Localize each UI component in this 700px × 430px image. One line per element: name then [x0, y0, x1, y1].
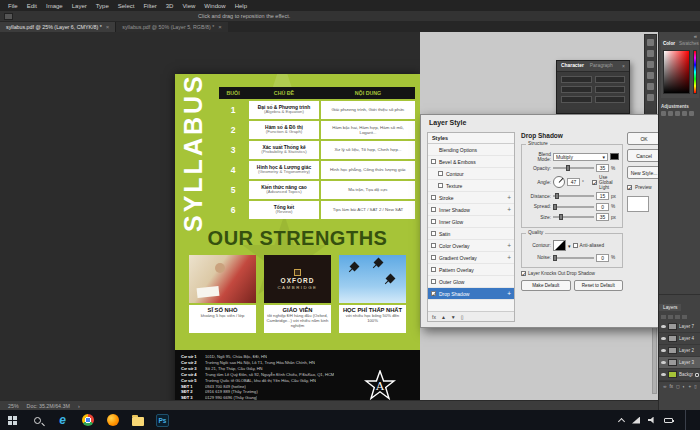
layer-thumbnail[interactable]: [668, 323, 677, 330]
preview-checkbox[interactable]: [627, 185, 632, 190]
menu-item[interactable]: Edit: [27, 3, 37, 9]
style-checkbox[interactable]: [431, 291, 436, 296]
close-icon[interactable]: ×: [218, 24, 222, 30]
opacity-slider[interactable]: [553, 167, 594, 169]
opacity-value[interactable]: 35: [596, 164, 609, 172]
taskbar-chrome[interactable]: [75, 410, 100, 430]
adjustment-icon[interactable]: [689, 111, 694, 116]
shadow-color-swatch[interactable]: [610, 153, 619, 160]
ok-button[interactable]: OK: [627, 132, 661, 145]
menu-item[interactable]: Layer: [72, 3, 87, 9]
adjustment-icon[interactable]: [675, 111, 680, 116]
noise-value[interactable]: 0: [596, 254, 609, 262]
tool-preset-icon[interactable]: [4, 13, 13, 20]
adjustment-icon[interactable]: [682, 111, 687, 116]
style-checkbox[interactable]: [431, 279, 436, 284]
noise-slider[interactable]: [553, 257, 594, 259]
layer-row[interactable]: Layer 2: [659, 345, 700, 357]
taskbar-photoshop[interactable]: Ps: [150, 410, 175, 430]
menu-item[interactable]: Filter: [143, 3, 156, 9]
chevron-up-icon[interactable]: [618, 417, 625, 424]
color-gradient-picker[interactable]: [663, 50, 690, 94]
tab-character[interactable]: Character: [561, 63, 584, 69]
close-icon[interactable]: ×: [106, 24, 110, 30]
tab-syllabus-25[interactable]: syllabus.pdf @ 25% (Layer 6, CMYK/8) * ×: [0, 22, 115, 32]
knockout-checkbox[interactable]: [521, 271, 526, 276]
add-effect-icon[interactable]: +: [507, 255, 511, 261]
canvas-pasteboard[interactable]: ★ ★ SYLLABUS BUỔI CHỦ ĐỀ NỘI DUNG 1 Đại …: [0, 32, 420, 400]
layer-row[interactable]: Background: [659, 369, 700, 381]
layer-style-item[interactable]: Outer Glow +: [428, 276, 514, 288]
visibility-eye-icon[interactable]: [661, 361, 666, 365]
menu-item[interactable]: Help: [235, 3, 247, 9]
menu-item[interactable]: View: [182, 3, 195, 9]
panel-icon[interactable]: [647, 61, 654, 68]
add-effect-icon[interactable]: +: [507, 243, 511, 249]
style-checkbox[interactable]: [431, 159, 436, 164]
add-effect-icon[interactable]: +: [507, 207, 511, 213]
zoom-level[interactable]: 25%: [8, 403, 19, 409]
visibility-eye-icon[interactable]: [661, 349, 666, 353]
filter-icon[interactable]: [682, 315, 687, 319]
delete-effect-icon[interactable]: ▯: [461, 314, 464, 320]
character-field[interactable]: [561, 86, 592, 93]
visibility-eye-icon[interactable]: [661, 337, 666, 341]
use-global-light-checkbox[interactable]: [592, 180, 597, 185]
start-button[interactable]: [0, 410, 25, 430]
spread-value[interactable]: 0: [596, 203, 609, 211]
filter-icon[interactable]: [668, 315, 673, 319]
layer-style-item[interactable]: Inner Glow +: [428, 216, 514, 228]
add-effect-icon[interactable]: +: [507, 195, 511, 201]
layer-row[interactable]: Layer 3: [659, 357, 700, 369]
hue-slider[interactable]: [693, 50, 697, 94]
angle-dial[interactable]: [553, 176, 565, 188]
size-slider[interactable]: [553, 216, 594, 218]
fx-icon[interactable]: fx: [432, 314, 436, 320]
tab-paragraph[interactable]: Paragraph: [590, 63, 613, 69]
style-checkbox[interactable]: [438, 183, 443, 188]
adjustment-icon[interactable]: [661, 111, 666, 116]
adjustment-layer-icon[interactable]: ◐: [683, 384, 686, 389]
move-down-icon[interactable]: ▼: [451, 314, 456, 320]
distance-value[interactable]: 15: [596, 192, 609, 200]
delete-layer-icon[interactable]: ▯: [694, 384, 696, 389]
visibility-eye-icon[interactable]: [661, 325, 666, 329]
layer-style-item[interactable]: Texture +: [428, 180, 514, 192]
panel-icon[interactable]: [647, 50, 654, 57]
layer-style-item[interactable]: Satin +: [428, 228, 514, 240]
menu-item[interactable]: Image: [46, 3, 63, 9]
menu-item[interactable]: Type: [96, 3, 109, 9]
layer-style-item[interactable]: Bevel & Emboss +: [428, 156, 514, 168]
layer-style-item[interactable]: Inner Shadow +: [428, 204, 514, 216]
menu-item[interactable]: 3D: [166, 3, 174, 9]
poster-canvas[interactable]: ★ ★ SYLLABUS BUỔI CHỦ ĐỀ NỘI DUNG 1 Đại …: [175, 74, 420, 430]
menu-item[interactable]: File: [8, 3, 18, 9]
character-field[interactable]: [595, 96, 626, 103]
layer-thumbnail[interactable]: [668, 371, 677, 378]
mask-icon[interactable]: ◻: [676, 384, 680, 389]
chevron-down-icon[interactable]: ▾: [568, 243, 571, 249]
style-checkbox[interactable]: [431, 195, 436, 200]
size-value[interactable]: 35: [596, 213, 609, 221]
layer-style-item[interactable]: Drop Shadow +: [428, 288, 514, 300]
contour-picker[interactable]: [553, 240, 566, 251]
fx-icon[interactable]: fx: [670, 384, 674, 389]
cancel-button[interactable]: Cancel: [627, 149, 661, 162]
network-icon[interactable]: [632, 417, 640, 424]
show-desktop-button[interactable]: [685, 410, 688, 430]
character-field[interactable]: [561, 96, 592, 103]
layer-row[interactable]: Layer 7: [659, 321, 700, 333]
angle-value[interactable]: 47: [567, 178, 580, 186]
layer-style-item[interactable]: Contour +: [428, 168, 514, 180]
panel-icon[interactable]: [647, 72, 654, 79]
filter-icon[interactable]: [661, 315, 666, 319]
style-checkbox[interactable]: [431, 231, 436, 236]
layer-thumbnail[interactable]: [668, 359, 677, 366]
layer-style-item[interactable]: Pattern Overlay +: [428, 264, 514, 276]
chevron-right-icon[interactable]: ›: [78, 403, 80, 409]
close-icon[interactable]: ×: [622, 63, 625, 69]
tab-syllabus-50[interactable]: syllabus.pdf @ 50% (Layer 5, RGB/8) * ×: [115, 22, 227, 32]
blend-mode-select[interactable]: Multiply ▾: [553, 153, 608, 161]
style-checkbox[interactable]: [431, 267, 436, 272]
anti-aliased-checkbox[interactable]: [573, 243, 578, 248]
